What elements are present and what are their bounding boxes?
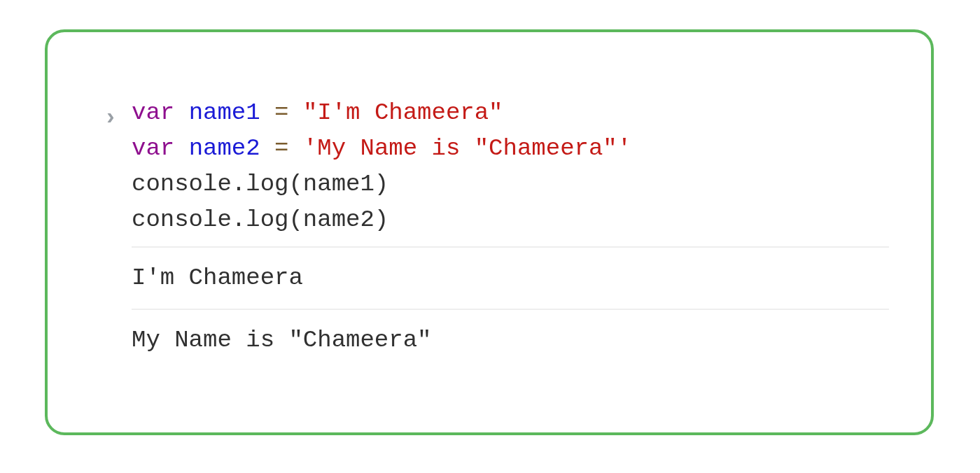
string-literal-2: 'My Name is "Chameera"' [303, 135, 631, 162]
keyword-var: var [132, 99, 174, 126]
code-line-4: console.log(name2) [132, 202, 889, 238]
separator [132, 246, 889, 248]
console-panel: › var name1 = "I'm Chameera" var name2 =… [45, 29, 934, 435]
console-input-row[interactable]: › var name1 = "I'm Chameera" var name2 =… [90, 95, 889, 238]
operator-equals: = [274, 135, 288, 162]
separator [132, 309, 889, 310]
operator-equals: = [274, 99, 288, 126]
prompt-chevron-icon: › [90, 95, 132, 134]
string-literal-1: "I'm Chameera" [303, 99, 503, 126]
identifier-name2: name2 [189, 135, 260, 162]
code-line-1: var name1 = "I'm Chameera" [132, 95, 889, 131]
console-output-2: My Name is "Chameera" [132, 318, 889, 362]
code-block: var name1 = "I'm Chameera" var name2 = '… [132, 95, 889, 238]
keyword-var: var [132, 135, 174, 162]
identifier-name1: name1 [189, 99, 260, 126]
code-line-2: var name2 = 'My Name is "Chameera"' [132, 131, 889, 167]
console-output-1: I'm Chameera [132, 256, 889, 300]
code-line-3: console.log(name1) [132, 167, 889, 202]
